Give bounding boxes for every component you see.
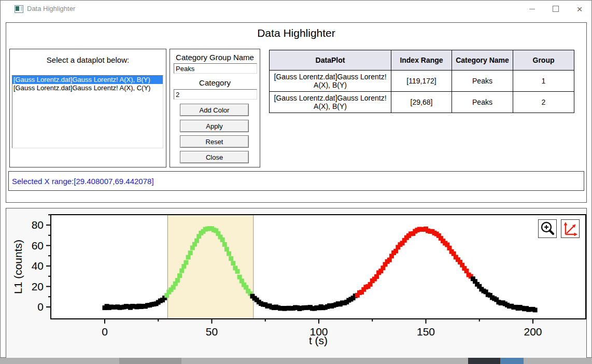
svg-text:150: 150: [417, 326, 435, 338]
table-cell: Peaks: [452, 92, 513, 113]
table-cell: [Gauss Lorentz.dat]Gauss Lorentz! A(X), …: [270, 71, 391, 92]
dataplot-list-item[interactable]: [Gauss Lorentz.dat]Gauss Lorentz! A(X), …: [12, 84, 163, 92]
table-row: [Gauss Lorentz.dat]Gauss Lorentz! A(X), …: [270, 71, 574, 92]
maximize-icon: [553, 6, 559, 12]
table-cell: 1: [513, 71, 574, 92]
category-panel: Category Group Name Category Add ColorAp…: [170, 49, 260, 167]
table-cell: [29,68]: [391, 92, 452, 113]
app-icon-glyph: [16, 6, 19, 11]
category-group-name-input[interactable]: [174, 63, 257, 74]
table-header-cell: Group: [513, 50, 574, 71]
minimize-button[interactable]: [520, 1, 544, 17]
zoom-in-icon: [539, 220, 556, 237]
zoom-in-button[interactable]: [538, 219, 557, 238]
rescale-button[interactable]: [561, 219, 580, 238]
background-window-edge-dark: [468, 358, 500, 364]
table-header-row: DataPlotIndex RangeCategory NameGroup: [270, 50, 574, 71]
minimize-icon: [529, 9, 535, 9]
svg-text:0: 0: [37, 301, 44, 313]
desktop-strip: [0, 358, 592, 364]
dataplot-select-panel: Select a dataplot below: [Gauss Lorentz.…: [9, 49, 166, 167]
dataplot-list-item[interactable]: [Gauss Lorentz.dat]Gauss Lorentz! A(X), …: [12, 76, 163, 84]
svg-text:t (s): t (s): [309, 334, 328, 346]
add-color-button[interactable]: Add Color: [180, 104, 249, 116]
category-input[interactable]: [174, 89, 257, 100]
table-header-cell: Category Name: [452, 50, 513, 71]
category-label: Category: [170, 78, 260, 87]
table-cell: 2: [513, 92, 574, 113]
highlight-table: DataPlotIndex RangeCategory NameGroup [G…: [269, 50, 574, 113]
table-header-cell: Index Range: [391, 50, 452, 71]
table-body: [Gauss Lorentz.dat]Gauss Lorentz! A(X), …: [270, 71, 574, 113]
close-button[interactable]: Close: [180, 151, 249, 163]
table-header-cell: DataPlot: [270, 50, 391, 71]
window-title: Data Highlighter: [27, 5, 75, 12]
rescale-axes-icon: [561, 220, 579, 237]
apply-button[interactable]: Apply: [180, 120, 249, 132]
chart-panel: 050100150200020406080t (s)L1 (counts): [6, 208, 587, 358]
close-icon: ×: [576, 4, 582, 14]
table-row: [Gauss Lorentz.dat]Gauss Lorentz! A(X), …: [270, 92, 574, 113]
titlebar[interactable]: Data Highlighter ×: [1, 1, 591, 17]
svg-text:40: 40: [32, 260, 44, 272]
background-window-edge: [119, 358, 181, 364]
svg-text:80: 80: [32, 219, 44, 231]
svg-text:0: 0: [102, 326, 108, 338]
close-button[interactable]: ×: [568, 1, 591, 17]
table-cell: [119,172]: [391, 71, 452, 92]
svg-text:60: 60: [32, 240, 44, 251]
svg-text:200: 200: [524, 326, 542, 338]
svg-text:L1 (counts): L1 (counts): [12, 240, 24, 294]
app-icon-glyph2: [21, 6, 22, 11]
status-text: Selected X range:[29.408007,69.442078]: [12, 177, 154, 186]
dataplot-listbox[interactable]: [Gauss Lorentz.dat]Gauss Lorentz! A(X), …: [12, 75, 163, 148]
chart-canvas: 050100150200020406080t (s)L1 (counts): [6, 208, 586, 358]
page-title: Data Highlighter: [6, 27, 586, 39]
svg-text:20: 20: [32, 281, 44, 292]
background-window-edge-blue: [500, 358, 524, 364]
status-box: Selected X range:[29.408007,69.442078]: [8, 171, 584, 191]
dataplot-select-label: Select a dataplot below:: [10, 55, 166, 64]
data-highlighter-window: Data Highlighter × Data Highlighter Sele…: [0, 0, 592, 358]
window-controls: ×: [520, 1, 591, 17]
table-cell: Peaks: [452, 71, 513, 92]
main-panel: Data Highlighter Select a dataplot below…: [6, 22, 587, 203]
category-group-name-label: Category Group Name: [170, 53, 260, 62]
svg-text:50: 50: [206, 326, 218, 338]
app-icon: [15, 5, 23, 13]
reset-button[interactable]: Reset: [180, 135, 249, 148]
table-cell: [Gauss Lorentz.dat]Gauss Lorentz! A(X), …: [270, 92, 391, 113]
maximize-button[interactable]: [544, 1, 568, 17]
